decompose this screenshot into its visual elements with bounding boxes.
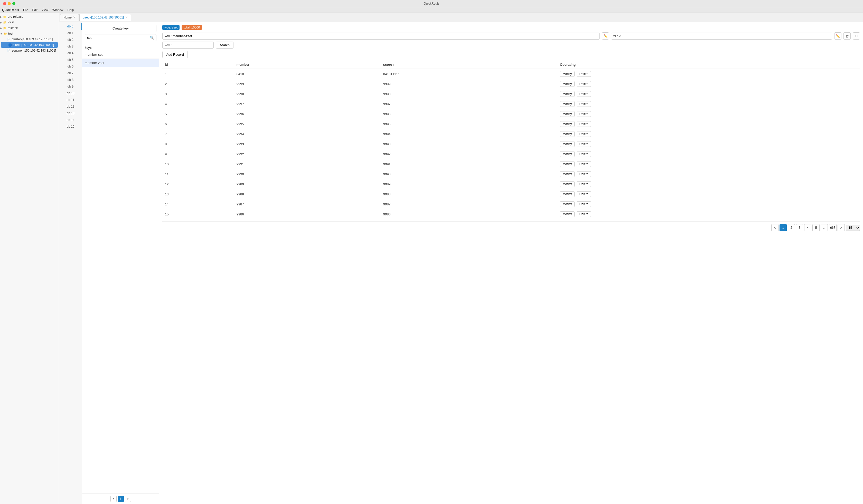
table-prev-page[interactable]: <: [771, 224, 778, 231]
sidebar-item-local[interactable]: ▶ 📁 local: [0, 20, 59, 25]
table-row: 8 9993 9993 Modify Delete: [162, 139, 860, 149]
delete-button[interactable]: Delete: [577, 101, 591, 107]
modify-button[interactable]: Modify: [560, 81, 575, 87]
file-menu[interactable]: File: [23, 8, 28, 12]
db-item-0[interactable]: db 0: [59, 23, 82, 30]
modify-button[interactable]: Modify: [560, 151, 575, 157]
ttl-input[interactable]: [611, 33, 832, 39]
db-item-15[interactable]: db 15: [59, 123, 82, 130]
close-icon[interactable]: ✕: [125, 16, 128, 19]
delete-button[interactable]: Delete: [577, 141, 591, 147]
modify-button[interactable]: Modify: [560, 111, 575, 117]
col-score[interactable]: score ↕: [381, 61, 558, 69]
modify-button[interactable]: Modify: [560, 161, 575, 167]
delete-button[interactable]: Delete: [577, 131, 591, 137]
modify-button[interactable]: Modify: [560, 181, 575, 187]
keys-search-button[interactable]: 🔍: [148, 34, 156, 41]
db-item-8[interactable]: db 8: [59, 76, 82, 83]
db-item-10[interactable]: db 10: [59, 90, 82, 97]
delete-button[interactable]: Delete: [577, 161, 591, 167]
sidebar-item-sentinel[interactable]: 📄 sentinel-[150.109.42.193:31001]: [0, 48, 59, 53]
app-menu[interactable]: QuickRedis: [2, 8, 19, 12]
close-icon[interactable]: ✕: [73, 16, 75, 19]
modify-button[interactable]: Modify: [560, 171, 575, 177]
db-item-14[interactable]: db 14: [59, 116, 82, 123]
keys-prev-page[interactable]: <: [110, 496, 116, 502]
table-next-page[interactable]: >: [838, 224, 845, 231]
db-item-11[interactable]: db 11: [59, 97, 82, 103]
db-item-7[interactable]: db 7: [59, 70, 82, 76]
db-item-13[interactable]: db 13: [59, 110, 82, 116]
db-item-4[interactable]: db 4: [59, 50, 82, 56]
delete-button[interactable]: Delete: [577, 111, 591, 117]
sidebar-item-pre-release[interactable]: ▶ 📁 pre-release: [0, 14, 59, 20]
create-key-button[interactable]: Create key: [85, 25, 157, 32]
member-search-input[interactable]: [162, 41, 214, 49]
sidebar-item-cluster[interactable]: 📄 cluster-[150.109.42.193:7001]: [0, 36, 59, 42]
page-size-select[interactable]: 15 30 50 100: [846, 225, 860, 231]
delete-button[interactable]: Delete: [577, 121, 591, 127]
edit-key-button[interactable]: ✏️: [602, 32, 609, 39]
keys-next-page[interactable]: >: [125, 496, 131, 502]
db-item-9[interactable]: db 9: [59, 83, 82, 90]
delete-button[interactable]: Delete: [577, 191, 591, 197]
modify-button[interactable]: Modify: [560, 191, 575, 197]
modify-button[interactable]: Modify: [560, 71, 575, 77]
delete-key-button[interactable]: 🗑: [843, 32, 851, 39]
cell-score: 9996: [381, 109, 558, 119]
keys-page-1[interactable]: 1: [118, 496, 124, 502]
cell-operating: Modify Delete: [558, 89, 860, 99]
delete-button[interactable]: Delete: [577, 211, 591, 217]
traffic-lights: [3, 2, 15, 5]
delete-button[interactable]: Delete: [577, 71, 591, 77]
minimize-button[interactable]: [8, 2, 11, 5]
db-item-6[interactable]: db 6: [59, 63, 82, 70]
add-record-button[interactable]: Add Record: [162, 51, 188, 58]
sidebar-item-direct[interactable]: 🔵 direct-[150.109.42.193:30001]: [1, 42, 58, 48]
window-menu[interactable]: Window: [52, 8, 63, 12]
maximize-button[interactable]: [12, 2, 15, 5]
modify-button[interactable]: Modify: [560, 201, 575, 207]
close-button[interactable]: [3, 2, 6, 5]
table-page-ellipsis[interactable]: ...: [821, 224, 828, 231]
table-page-4[interactable]: 4: [804, 224, 811, 231]
tab-home[interactable]: Home ✕: [60, 14, 79, 21]
db-item-2[interactable]: db 2: [59, 36, 82, 43]
key-item-member-zset[interactable]: member-zset: [82, 59, 159, 67]
modify-button[interactable]: Modify: [560, 101, 575, 107]
db-item-5[interactable]: db 5: [59, 56, 82, 63]
modify-button[interactable]: Modify: [560, 91, 575, 97]
db-item-1[interactable]: db 1: [59, 30, 82, 36]
table-page-5[interactable]: 5: [812, 224, 820, 231]
window-title: QuickRedis: [424, 2, 439, 5]
delete-button[interactable]: Delete: [577, 91, 591, 97]
delete-button[interactable]: Delete: [577, 171, 591, 177]
refresh-key-button[interactable]: ↻: [853, 32, 860, 39]
edit-menu[interactable]: Edit: [32, 8, 38, 12]
keys-search-input[interactable]: [85, 34, 148, 41]
table-page-3[interactable]: 3: [796, 224, 803, 231]
edit-ttl-button[interactable]: ✏️: [834, 32, 841, 39]
delete-button[interactable]: Delete: [577, 181, 591, 187]
key-name-input[interactable]: [162, 33, 600, 39]
help-menu[interactable]: Help: [67, 8, 74, 12]
delete-button[interactable]: Delete: [577, 81, 591, 87]
sidebar-item-release[interactable]: ▶ 📁 release: [0, 25, 59, 31]
modify-button[interactable]: Modify: [560, 121, 575, 127]
db-item-12[interactable]: db 12: [59, 103, 82, 110]
table-page-2[interactable]: 2: [788, 224, 795, 231]
sidebar-item-test[interactable]: ▼ 📂 test: [0, 31, 59, 36]
modify-button[interactable]: Modify: [560, 141, 575, 147]
cell-id: 8: [162, 139, 234, 149]
modify-button[interactable]: Modify: [560, 211, 575, 217]
member-search-button[interactable]: search: [216, 41, 234, 49]
modify-button[interactable]: Modify: [560, 131, 575, 137]
delete-button[interactable]: Delete: [577, 201, 591, 207]
table-page-1[interactable]: 1: [779, 224, 787, 231]
view-menu[interactable]: View: [42, 8, 48, 12]
db-item-3[interactable]: db 3: [59, 43, 82, 50]
tab-direct[interactable]: direct-[150.109.42.193:30001] ✕: [79, 14, 131, 21]
table-page-last[interactable]: 667: [829, 224, 837, 231]
key-item-member-set[interactable]: member-set: [82, 51, 159, 59]
delete-button[interactable]: Delete: [577, 151, 591, 157]
